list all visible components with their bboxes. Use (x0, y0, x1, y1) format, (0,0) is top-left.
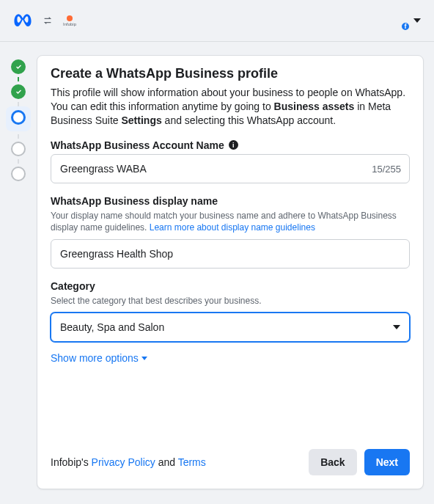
category-help: Select the category that best describes … (51, 295, 410, 307)
step-4-pending (11, 142, 26, 156)
chevron-down-icon (413, 18, 421, 23)
topbar-left: Infobip (13, 11, 76, 30)
chevron-down-icon (141, 357, 147, 360)
facebook-badge-icon (400, 21, 411, 32)
legal-text: Infobip's Privacy Policy and Terms (51, 456, 206, 468)
form-card: Create a WhatsApp Business profile This … (37, 55, 424, 489)
privacy-policy-link[interactable]: Privacy Policy (92, 456, 155, 468)
avatar (390, 11, 409, 30)
topbar: Infobip (0, 0, 434, 41)
meta-logo-icon (13, 11, 32, 30)
infobip-logo: Infobip (63, 15, 76, 26)
card-footer: Infobip's Privacy Policy and Terms Back … (51, 449, 410, 475)
display-name-guidelines-link[interactable]: Learn more about display name guidelines (150, 222, 315, 233)
display-name-label: WhatsApp Business display name (51, 195, 410, 207)
infobip-label: Infobip (63, 22, 76, 26)
step-2-done (11, 84, 26, 99)
connector (18, 134, 19, 139)
account-menu[interactable] (390, 11, 421, 30)
connector (18, 159, 19, 164)
back-button[interactable]: Back (309, 449, 356, 475)
stepper (6, 55, 31, 489)
page-intro: This profile will show information about… (51, 86, 410, 128)
sync-icon (43, 15, 53, 26)
terms-link[interactable]: Terms (178, 456, 206, 468)
account-name-label: WhatsApp Business Account Name i (51, 139, 410, 151)
info-icon[interactable]: i (229, 140, 238, 150)
step-5-pending (11, 167, 26, 181)
page-title: Create a WhatsApp Business profile (51, 66, 410, 81)
chevron-down-icon (393, 325, 400, 329)
account-name-count: 15/255 (372, 163, 401, 174)
show-more-options-link[interactable]: Show more options (51, 352, 410, 364)
category-selected-value: Beauty, Spa and Salon (60, 321, 164, 333)
step-1-done (11, 59, 26, 74)
main-area: Create a WhatsApp Business profile This … (0, 42, 434, 504)
category-label: Category (51, 280, 410, 292)
account-name-input[interactable] (51, 154, 410, 183)
display-name-help: Your display name should match your busi… (51, 210, 410, 233)
display-name-input[interactable] (51, 239, 410, 269)
next-button[interactable]: Next (364, 449, 410, 475)
connector (18, 77, 19, 81)
category-select[interactable]: Beauty, Spa and Salon (51, 313, 410, 342)
step-3-active (6, 106, 31, 131)
